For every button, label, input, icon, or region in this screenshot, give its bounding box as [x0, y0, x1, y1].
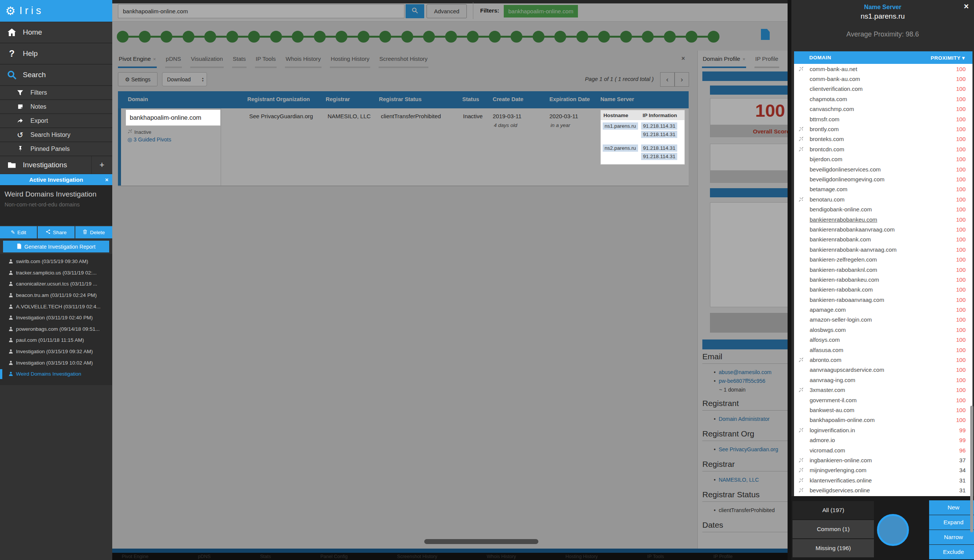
domain-name[interactable]: bankhapoalim-online.com: [810, 417, 875, 423]
domain-name[interactable]: chapmota.com: [810, 96, 847, 102]
proximity-domain-row[interactable]: bankieren-raboaanvraag.com 100: [794, 295, 972, 305]
domain-name[interactable]: apamage.com: [810, 307, 846, 313]
investigation-list-item[interactable]: Investigation (03/11/19 02:40 PM): [0, 312, 112, 323]
proximity-domain-row[interactable]: admore.io 99: [794, 435, 972, 445]
investigation-list-item[interactable]: canonicalizer.ucsuri.tcs (03/11/19 ...: [0, 278, 112, 290]
vertical-scrollbar-thumb[interactable]: [970, 406, 973, 532]
domain-name[interactable]: bankieren-rabobankeu.com: [810, 277, 879, 283]
proximity-domain-row[interactable]: bankierenrabobank-aanvraag.com 100: [794, 245, 972, 254]
domain-name[interactable]: loginverification.in: [810, 427, 855, 433]
timeline-dot[interactable]: [183, 31, 194, 43]
proximity-domain-row[interactable]: clientverification.com 100: [794, 84, 972, 94]
registrar-link[interactable]: NAMESILO, LLC: [719, 477, 759, 483]
proximity-domain-row[interactable]: alfasusa.com 100: [794, 345, 972, 355]
guided-pivots-link[interactable]: ◎ 3 Guided Pivots: [127, 137, 171, 143]
domain-name[interactable]: beveiligdonlineomgeving.com: [810, 176, 885, 182]
investigation-list-item[interactable]: poweronbags.com (09/14/18 09:51...: [0, 323, 112, 335]
sidebar-item-notes[interactable]: Notes: [0, 100, 112, 114]
proximity-domain-row[interactable]: bronteks.com 100: [794, 134, 972, 144]
proximity-sort-header[interactable]: PROXIMITY ▾: [931, 55, 965, 61]
proximity-domain-row[interactable]: ingbankieren-online.com 37: [794, 455, 972, 465]
domain-name[interactable]: abronto.com: [810, 357, 841, 363]
proximity-domain-row[interactable]: bankwest-au.com 100: [794, 405, 972, 415]
domain-name[interactable]: bankieren-rabobank.com: [810, 286, 873, 293]
sidebar-item-investigations[interactable]: Investigations +: [0, 156, 112, 174]
timeline-dot[interactable]: [423, 31, 435, 43]
timeline-dot[interactable]: [511, 31, 522, 43]
proximity-domain-row[interactable]: alosbwgs.com 100: [794, 325, 972, 335]
proximity-domain-row[interactable]: klantenverificaties.online 31: [794, 475, 972, 485]
registrant-org-cell[interactable]: See PrivacyGuardian.org: [249, 113, 313, 119]
timeline-dot[interactable]: [598, 31, 610, 43]
proximity-domain-row[interactable]: apamage.com 100: [794, 305, 972, 314]
ip-chip[interactable]: 91.218.114.31: [641, 153, 677, 160]
domain-name[interactable]: 3xmaster.com: [810, 387, 845, 393]
timeline-dot[interactable]: [686, 31, 697, 43]
pivot-action-button[interactable]: Narrow: [929, 530, 974, 544]
timeline-dot[interactable]: [379, 31, 391, 43]
domain-name[interactable]: comm-bank-au.com: [810, 76, 860, 82]
domain-name[interactable]: benotaru.com: [810, 196, 845, 203]
domain-name[interactable]: bankierenrabobank-aanvraag.com: [810, 247, 896, 253]
timeline-dot[interactable]: [554, 31, 566, 43]
domain-name[interactable]: beveiligdonlineservices.com: [810, 166, 881, 173]
ip-chip[interactable]: 91.218.114.31: [641, 122, 677, 130]
timeline-dot[interactable]: [139, 31, 151, 43]
proximity-domain-row[interactable]: bankieren-rabobanknl.com 100: [794, 265, 972, 275]
domain-cell-popover[interactable]: bankhapoalim-online.com: [125, 110, 221, 126]
bottom-bar-item[interactable]: IP Profile: [713, 554, 733, 559]
proximity-domain-row[interactable]: beveiligdservices.online 31: [794, 485, 972, 495]
main-tab[interactable]: Pivot Engine×: [114, 50, 161, 69]
domain-name[interactable]: bankieren-zelfregelen.com: [810, 256, 877, 263]
proximity-domain-row[interactable]: abronto.com 100: [794, 355, 972, 365]
close-investigation-icon[interactable]: ×: [105, 177, 109, 183]
timeline-dot[interactable]: [445, 31, 457, 43]
proximity-domain-row[interactable]: beveiligdonlineservices.com 100: [794, 164, 972, 174]
profile-tab[interactable]: IP Profile×: [750, 50, 784, 69]
timeline-dot[interactable]: [576, 31, 588, 43]
timeline-dot[interactable]: [642, 31, 654, 43]
domain-name[interactable]: bijerdon.com: [810, 156, 842, 162]
hostname-chip[interactable]: ns1.parens.ru: [603, 122, 638, 130]
registrar-cell[interactable]: NAMESILO, LLC: [327, 113, 371, 119]
registrant-link[interactable]: Domain Administrator: [719, 416, 770, 422]
pivot-action-button[interactable]: Exclude: [929, 545, 974, 559]
col-expiration-date[interactable]: Expiration Date: [550, 96, 590, 102]
timeline-dot[interactable]: [358, 31, 369, 43]
timeline-dot[interactable]: [292, 31, 304, 43]
bottom-bar-item[interactable]: IP Tools: [647, 554, 664, 559]
domain-name[interactable]: alosbwgs.com: [810, 327, 846, 333]
timeline-dot[interactable]: [226, 31, 238, 43]
bottom-bar-item[interactable]: Whois History: [487, 554, 516, 559]
bottom-bar-item[interactable]: Screenshot History: [397, 554, 438, 559]
domain-name[interactable]: beveiligdservices.online: [810, 487, 870, 493]
main-tab[interactable]: Whois History×: [281, 50, 326, 69]
domain-name[interactable]: admore.io: [810, 437, 835, 443]
timeline-dot[interactable]: [248, 31, 260, 43]
proximity-domain-row[interactable]: bttrnsfr.com 100: [794, 114, 972, 124]
proximity-domain-row[interactable]: bendigobank-online.com 100: [794, 204, 972, 214]
profile-tab[interactable]: Domain Profile×: [698, 50, 750, 69]
investigation-list-item[interactable]: Weird Domains Investigation: [0, 368, 112, 380]
domain-name[interactable]: clientverification.com: [810, 85, 862, 92]
tabbar-close-icon[interactable]: ×: [682, 55, 685, 62]
main-tab[interactable]: pDNS×: [161, 50, 186, 69]
result-set-filter[interactable]: Common (1): [792, 520, 874, 538]
proximity-domain-row[interactable]: comm-bank-au.net 100: [794, 64, 972, 74]
col-domain[interactable]: Domain: [128, 96, 148, 102]
main-tab[interactable]: Hosting History×: [326, 50, 374, 69]
hostname-chip[interactable]: ns2.parens.ru: [603, 145, 638, 152]
timeline-dot[interactable]: [620, 31, 632, 43]
search-input[interactable]: [118, 4, 404, 18]
domain-name[interactable]: mijningverlenging.com: [810, 467, 866, 473]
timeline-dot[interactable]: [533, 31, 545, 43]
domain-name[interactable]: bankierenrabobankeu.com: [810, 216, 877, 223]
pivot-action-button[interactable]: Expand: [929, 515, 974, 530]
proximity-domain-row[interactable]: beveiligdonlineomgeving.com 100: [794, 174, 972, 184]
proximity-domain-row[interactable]: amazon-seller-login.com 100: [794, 315, 972, 325]
proximity-domain-row[interactable]: bankierenrabobankaanvraag.com 100: [794, 224, 972, 234]
bottom-bar-item[interactable]: Panel Config: [320, 554, 348, 559]
timeline-dot[interactable]: [204, 31, 216, 43]
proximity-domain-row[interactable]: mijningverlenging.com 34: [794, 465, 972, 475]
domain-name[interactable]: amazon-seller-login.com: [810, 316, 872, 323]
